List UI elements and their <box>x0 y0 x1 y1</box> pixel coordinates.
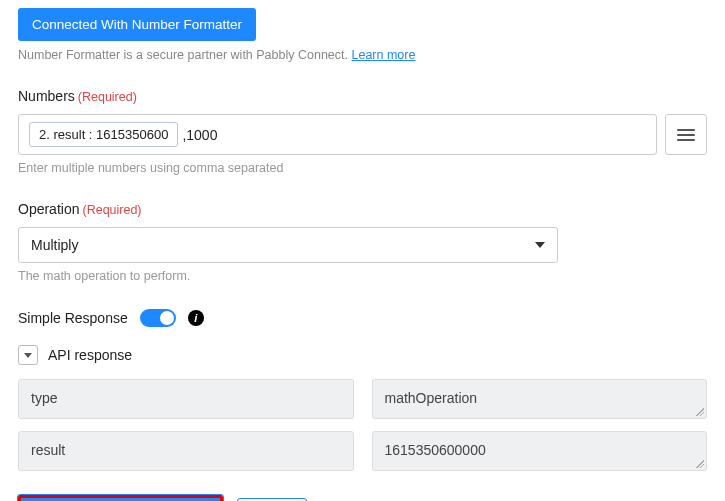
chevron-down-icon <box>535 242 545 248</box>
numbers-tag[interactable]: 2. result : 1615350600 <box>29 122 178 147</box>
api-value-cell[interactable]: mathOperation <box>372 379 708 419</box>
numbers-field: Numbers(Required) 2. result : 1615350600… <box>18 88 707 175</box>
operation-hint: The math operation to perform. <box>18 269 707 283</box>
numbers-label: Numbers <box>18 88 75 104</box>
api-key-cell: result <box>18 431 354 471</box>
operation-field: Operation(Required) Multiply The math op… <box>18 201 707 283</box>
numbers-label-row: Numbers(Required) <box>18 88 707 104</box>
api-key-cell: type <box>18 379 354 419</box>
secure-note-text: Number Formatter is a secure partner wit… <box>18 48 351 62</box>
hamburger-icon <box>677 128 695 142</box>
secure-note: Number Formatter is a secure partner wit… <box>18 48 707 62</box>
simple-response-row: Simple Response i <box>18 309 707 327</box>
save-send-test-button[interactable]: Save & Send Test Request <box>18 495 223 501</box>
numbers-required: (Required) <box>78 90 137 104</box>
api-response-header: API response <box>18 345 707 365</box>
info-icon[interactable]: i <box>188 310 204 326</box>
api-response-label: API response <box>48 347 132 363</box>
simple-response-toggle[interactable] <box>140 309 176 327</box>
api-response-collapse-button[interactable] <box>18 345 38 365</box>
operation-required: (Required) <box>82 203 141 217</box>
numbers-input-container[interactable]: 2. result : 1615350600 <box>18 114 657 155</box>
numbers-menu-button[interactable] <box>665 114 707 155</box>
connected-button[interactable]: Connected With Number Formatter <box>18 8 256 41</box>
operation-select[interactable]: Multiply <box>18 227 558 263</box>
footer-actions: Save & Send Test Request Save <box>18 495 707 501</box>
api-value-cell[interactable]: 1615350600000 <box>372 431 708 471</box>
operation-label-row: Operation(Required) <box>18 201 707 217</box>
operation-value: Multiply <box>31 237 78 253</box>
learn-more-link[interactable]: Learn more <box>351 48 415 62</box>
chevron-down-icon <box>24 353 32 358</box>
operation-label: Operation <box>18 201 79 217</box>
simple-response-label: Simple Response <box>18 310 128 326</box>
numbers-hint: Enter multiple numbers using comma separ… <box>18 161 707 175</box>
api-response-grid: type mathOperation result 1615350600000 <box>18 379 707 471</box>
numbers-input[interactable] <box>182 125 646 145</box>
